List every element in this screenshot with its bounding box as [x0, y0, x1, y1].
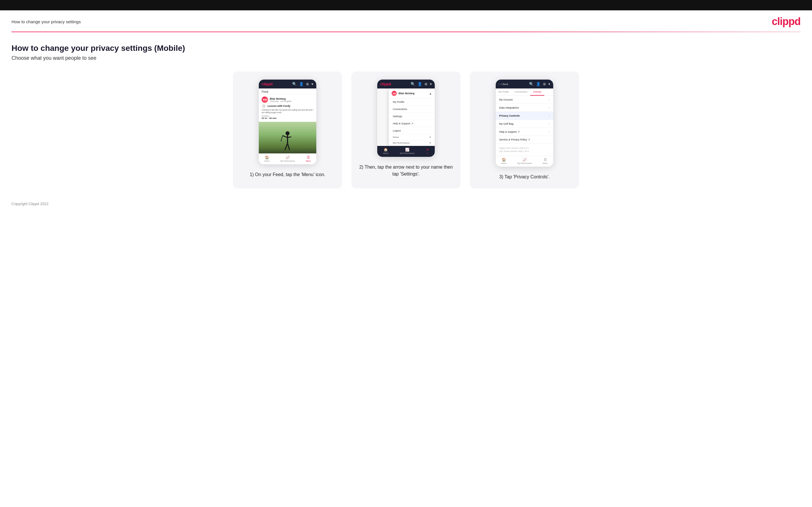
top-bar: [0, 0, 812, 10]
menu-icon-3: ☰: [544, 158, 547, 162]
section-performance[interactable]: My Performance ▾: [389, 140, 435, 146]
bottom-home[interactable]: 🏠 Home: [264, 155, 270, 162]
version-info: Clippd Client Version: 2022.8.3-3 GQL Se…: [496, 144, 553, 156]
header: How to change your privacy settings clip…: [0, 10, 812, 27]
duration-val: 01 hr : 30 min: [262, 117, 313, 119]
breadcrumb: How to change your privacy settings: [11, 19, 81, 24]
close-icon: ✕: [426, 148, 429, 152]
back-chevron-icon: ‹: [499, 83, 500, 86]
bottom-home-2[interactable]: 🏠 Home: [383, 148, 389, 155]
chart-icon: 📈: [286, 155, 290, 159]
search-icon-2[interactable]: 🔍: [411, 82, 415, 86]
post-sub: Yesterday · Sunningdale: [270, 100, 292, 102]
phone-nav-icons-1: 🔍 👤 ⊕ ▾: [292, 82, 313, 86]
bottom-performance[interactable]: 📈 My Performance: [281, 155, 295, 162]
search-icon[interactable]: 🔍: [292, 82, 297, 86]
dropdown-connections[interactable]: Connections: [389, 106, 435, 113]
dropdown-icon-3[interactable]: ▾: [548, 82, 550, 86]
steps-row: clippd 🔍 👤 ⊕ ▾ Feed BM Blair McHar: [11, 71, 801, 188]
golf-image: [259, 122, 316, 153]
performance-expand-icon: ▾: [429, 142, 431, 144]
phone-nav-icons-3: 🔍 👤 ⊕ ▾: [529, 82, 550, 86]
dropdown-logout[interactable]: Logout: [389, 127, 435, 134]
bottom-menu-3[interactable]: ☰ Menu: [543, 158, 548, 164]
svg-line-2: [283, 135, 288, 137]
settings-my-golf-bag[interactable]: My Golf Bag ›: [496, 120, 553, 128]
phone-back-bar: ‹ < Back 🔍 👤 ⊕ ▾: [496, 79, 553, 89]
phone-dropdown: BM Blair McHarg ▲ My Profile Connections…: [389, 89, 435, 146]
settings-icon[interactable]: ⊕: [306, 82, 309, 86]
chart-icon-3: 📈: [522, 158, 527, 162]
bottom-home-3[interactable]: 🏠 Home: [501, 158, 507, 164]
dropdown-header: BM Blair McHarg ▲: [389, 89, 435, 99]
duration-label: Duration: [262, 115, 313, 117]
post-meta: Blair McHarg Yesterday · Sunningdale: [270, 97, 292, 102]
bottom-close[interactable]: ✕ ✕: [426, 148, 429, 155]
tab-my-profile[interactable]: My Profile: [496, 89, 512, 95]
phone-post: BM Blair McHarg Yesterday · Sunningdale …: [259, 94, 316, 122]
dropdown-icon-2[interactable]: ▾: [430, 82, 432, 86]
back-button[interactable]: ‹ < Back: [499, 83, 508, 86]
settings-privacy-controls[interactable]: Privacy Controls ›: [496, 112, 553, 120]
lesson-title: 📋 Lesson with Fordy: [262, 104, 313, 108]
settings-icon-3[interactable]: ⊕: [543, 82, 546, 86]
phone-bottom-bar-2: 🏠 Home 📈 My Performance ✕ ✕: [377, 146, 435, 157]
post-header: BM Blair McHarg Yesterday · Sunningdale: [262, 97, 313, 103]
user-icon-3[interactable]: 👤: [536, 82, 541, 86]
settings-icon-2[interactable]: ⊕: [424, 82, 427, 86]
phone-logo-1: clippd: [262, 82, 272, 86]
main-content: How to change your privacy settings (Mob…: [0, 32, 812, 197]
search-icon-3[interactable]: 🔍: [529, 82, 534, 86]
user-icon-2[interactable]: 👤: [417, 82, 422, 86]
home-icon-3: 🏠: [502, 158, 506, 162]
dropdown-icon[interactable]: ▾: [311, 82, 313, 86]
user-icon[interactable]: 👤: [299, 82, 304, 86]
step-3-card: ‹ < Back 🔍 👤 ⊕ ▾ My Profile Connections …: [470, 71, 579, 188]
home-expand-icon: ▾: [429, 136, 431, 138]
step-2-caption: 2) Then, tap the arrow next to your name…: [358, 164, 454, 177]
post-name: Blair McHarg: [270, 97, 292, 100]
dropdown-avatar: BM: [392, 91, 397, 96]
dropdown-my-profile[interactable]: My Profile: [389, 99, 435, 106]
bottom-performance-2[interactable]: 📈 My Performance: [400, 148, 415, 155]
lesson-desc: Looking to feel like my hands are exitin…: [262, 109, 313, 114]
page-heading: How to change your privacy settings (Mob…: [11, 44, 801, 53]
step-3-caption: 3) Tap 'Privacy Controls'.: [499, 173, 550, 180]
settings-help-support[interactable]: Help & Support ↗ ›: [496, 128, 553, 136]
section-home[interactable]: Home ▾: [389, 134, 435, 140]
tab-settings[interactable]: Settings: [530, 89, 544, 96]
svg-line-5: [288, 143, 290, 150]
svg-point-0: [286, 131, 290, 135]
home-icon: 🏠: [265, 155, 269, 159]
svg-line-4: [285, 143, 288, 150]
dropdown-help[interactable]: Help & Support ↗: [389, 120, 435, 127]
step-2-card: clippd 🔍 👤 ⊕ ▾ BM: [351, 71, 461, 188]
settings-service-privacy[interactable]: Service & Privacy Policy ↗: [496, 136, 553, 144]
chevron-icon-5: ›: [549, 130, 550, 133]
footer: Copyright Clippd 2022: [0, 197, 812, 213]
dropdown-user: BM Blair McHarg: [392, 91, 415, 96]
post-avatar: BM: [262, 97, 268, 103]
settings-my-account[interactable]: My Account ›: [496, 96, 553, 104]
collapse-icon[interactable]: ▲: [429, 92, 432, 95]
phone-nav-1: clippd 🔍 👤 ⊕ ▾: [259, 79, 316, 89]
settings-data-integrations[interactable]: Data Integrations ›: [496, 104, 553, 112]
chevron-icon: ›: [549, 98, 550, 101]
phone-bottom-bar-1: 🏠 Home 📈 My Performance ☰ Menu: [259, 153, 316, 164]
phone-bottom-bar-3: 🏠 Home 📈 My Performance ☰ Menu: [496, 156, 553, 167]
phone-nav-icons-2: 🔍 👤 ⊕ ▾: [411, 82, 432, 86]
phone-mockup-3: ‹ < Back 🔍 👤 ⊕ ▾ My Profile Connections …: [496, 79, 553, 167]
lesson-icon: 📋: [262, 104, 266, 108]
golfer-silhouette: [281, 130, 295, 153]
svg-line-6: [281, 135, 283, 141]
phone-logo-2: clippd: [380, 82, 391, 86]
bottom-performance-3[interactable]: 📈 My Performance: [517, 158, 532, 164]
copyright-text: Copyright Clippd 2022: [11, 202, 49, 206]
dropdown-settings[interactable]: Settings: [389, 113, 435, 120]
chart-icon-2: 📈: [405, 148, 409, 152]
tab-connections[interactable]: Connections: [512, 89, 530, 95]
chevron-icon-3: ›: [549, 114, 550, 117]
bottom-menu[interactable]: ☰ Menu: [306, 155, 311, 162]
phone-menu-overlay: BM Blair McHarg ▲ My Profile Connections…: [377, 89, 435, 146]
feed-tab[interactable]: Feed: [259, 89, 316, 94]
